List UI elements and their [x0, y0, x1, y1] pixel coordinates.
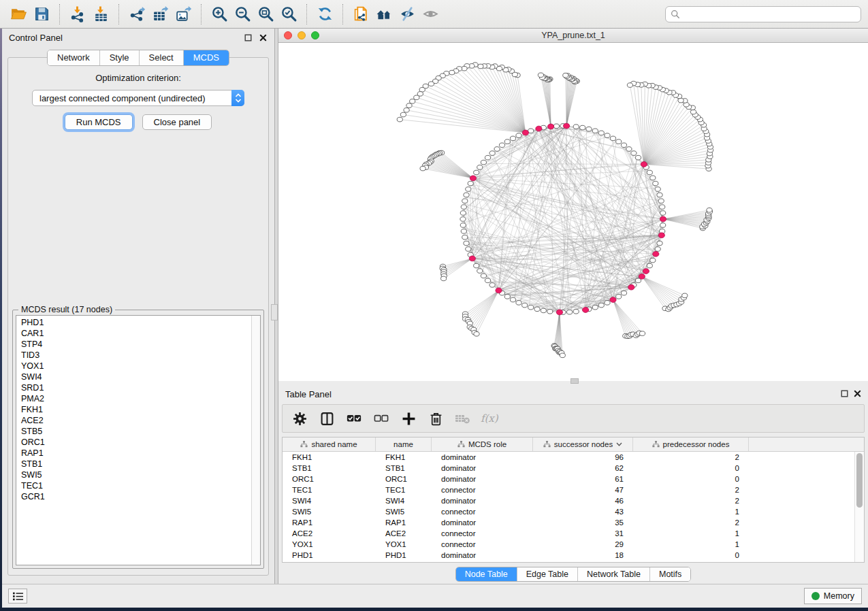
- table-panel-header: Table Panel: [278, 385, 868, 403]
- column-header-predecessor-nodes[interactable]: predecessor nodes: [633, 437, 749, 451]
- column-header-MCDS-role[interactable]: MCDS role: [432, 437, 533, 451]
- export-image-button[interactable]: [172, 3, 195, 25]
- cell: 0: [633, 474, 749, 484]
- hide-glasses-button[interactable]: [396, 3, 419, 25]
- control-panel-header: Control Panel: [2, 29, 274, 46]
- mcds-result-item[interactable]: STP4: [16, 339, 251, 350]
- tab-network-table[interactable]: Network Table: [577, 567, 649, 581]
- mcds-result-item[interactable]: RAP1: [16, 448, 251, 459]
- mcds-list-scrollbar[interactable]: [251, 316, 260, 565]
- mcds-result-item[interactable]: GCR1: [16, 491, 251, 502]
- scrollbar-thumb[interactable]: [856, 453, 863, 508]
- table-row[interactable]: FKH1FKH1dominator962: [283, 452, 854, 463]
- save-session-button[interactable]: [30, 3, 53, 25]
- import-table-button[interactable]: [89, 3, 112, 25]
- tab-edge-table[interactable]: Edge Table: [517, 567, 577, 581]
- zoom-fit-button[interactable]: [254, 3, 277, 25]
- show-eye-button[interactable]: [419, 3, 442, 25]
- node-table: shared namenameMCDS rolesuccessor nodesp…: [282, 437, 865, 563]
- task-history-button[interactable]: [8, 589, 27, 604]
- column-header-shared-name[interactable]: shared name: [283, 437, 376, 451]
- deselect-all-button[interactable]: [371, 408, 391, 429]
- show-eye-icon: [422, 5, 439, 22]
- table-row[interactable]: YOX1YOX1connector291: [283, 539, 854, 550]
- float-table-panel-button[interactable]: [841, 389, 848, 399]
- tab-mcds[interactable]: MCDS: [183, 50, 229, 65]
- tab-node-table[interactable]: Node Table: [456, 567, 517, 581]
- table-settings-button[interactable]: [289, 408, 310, 429]
- column-header-name[interactable]: name: [376, 437, 432, 451]
- table-row[interactable]: PHD1PHD1dominator180: [283, 550, 854, 561]
- mcds-result-item[interactable]: SWI4: [16, 371, 251, 382]
- mcds-result-item[interactable]: ACE2: [16, 415, 251, 426]
- search-input[interactable]: [680, 10, 856, 19]
- mcds-result-item[interactable]: ORC1: [16, 437, 251, 448]
- mcds-result-item[interactable]: YOX1: [16, 361, 251, 371]
- close-panel-button[interactable]: [258, 33, 268, 42]
- add-row-button[interactable]: [398, 408, 419, 429]
- app-window: Control Panel NetworkStyleSelectMCDS Opt…: [0, 0, 868, 611]
- table-row[interactable]: SWI5SWI5connector431: [283, 506, 854, 517]
- close-table-panel-button[interactable]: [854, 389, 861, 399]
- table-row[interactable]: TEC1TEC1connector472: [283, 484, 854, 495]
- float-panel-button[interactable]: [243, 33, 253, 42]
- splitter-grip[interactable]: [570, 378, 579, 384]
- optimization-criterion-select[interactable]: largest connected component (undirected): [32, 90, 244, 106]
- table-row[interactable]: ACE2ACE2connector311: [283, 528, 854, 539]
- table-row[interactable]: SWI4SWI4dominator462: [283, 495, 854, 506]
- export-table-button[interactable]: [148, 3, 172, 25]
- mcds-result-item[interactable]: TEC1: [16, 480, 251, 491]
- mcds-result-item[interactable]: SRD1: [16, 382, 251, 393]
- show-columns-button[interactable]: [317, 408, 337, 429]
- search-box[interactable]: [665, 6, 861, 22]
- splitter-grip[interactable]: [271, 304, 278, 320]
- home-button[interactable]: [372, 3, 396, 25]
- cell: ACE2: [376, 528, 432, 539]
- zoom-selected-button[interactable]: [277, 3, 300, 25]
- refresh-layout-button[interactable]: [313, 3, 336, 25]
- table-scrollbar[interactable]: [854, 452, 864, 562]
- table-row[interactable]: RAP1RAP1dominator352: [283, 517, 854, 528]
- deselect-all-icon: [374, 411, 389, 426]
- memory-label: Memory: [824, 591, 854, 601]
- zoom-out-icon: [234, 5, 251, 22]
- memory-button[interactable]: Memory: [804, 588, 862, 604]
- zoom-in-button[interactable]: [208, 3, 231, 25]
- cell: PHD1: [283, 550, 376, 561]
- cell: ORC1: [376, 474, 432, 484]
- mcds-result-list[interactable]: PHD1CAR1STP4TID3YOX1SWI4SRD1PMA2FKH1ACE2…: [16, 315, 261, 565]
- tab-network[interactable]: Network: [48, 50, 99, 65]
- cell: 61: [533, 474, 633, 484]
- mcds-result-item[interactable]: SWI5: [16, 469, 251, 480]
- tab-select[interactable]: Select: [139, 50, 183, 65]
- mcds-result-item[interactable]: TID3: [16, 350, 251, 361]
- mcds-result-item[interactable]: STB1: [16, 459, 251, 469]
- tab-style[interactable]: Style: [99, 50, 139, 65]
- zoom-out-button[interactable]: [231, 3, 254, 25]
- search-icon: [671, 10, 680, 19]
- table-row[interactable]: STB1STB1dominator620: [283, 463, 854, 474]
- close-panel-button-mcds[interactable]: Close panel: [142, 114, 212, 130]
- import-network-button[interactable]: [66, 3, 89, 25]
- delete-row-button[interactable]: [425, 408, 446, 429]
- table-row[interactable]: ORC1ORC1dominator610: [283, 474, 854, 484]
- run-mcds-button[interactable]: Run MCDS: [65, 114, 133, 130]
- delete-table-button: [453, 408, 473, 429]
- column-type-icon: [300, 441, 308, 448]
- export-network-button[interactable]: [125, 3, 148, 25]
- cell: FKH1: [283, 452, 376, 463]
- network-canvas[interactable]: [278, 43, 868, 381]
- select-all-button[interactable]: [344, 408, 364, 429]
- mcds-result-item[interactable]: PHD1: [16, 317, 251, 328]
- tab-motifs[interactable]: Motifs: [649, 567, 690, 581]
- trash-icon: [429, 412, 443, 426]
- mcds-result-item[interactable]: FKH1: [16, 404, 251, 415]
- network-window-titlebar[interactable]: YPA_prune.txt_1: [278, 29, 868, 43]
- column-type-icon: [652, 441, 660, 448]
- open-session-button[interactable]: [7, 3, 30, 25]
- mcds-result-item[interactable]: CAR1: [16, 328, 251, 339]
- mcds-result-item[interactable]: PMA2: [16, 393, 251, 404]
- mcds-result-item[interactable]: STB5: [16, 426, 251, 437]
- column-header-successor-nodes[interactable]: successor nodes: [533, 437, 633, 451]
- share-document-button[interactable]: [349, 3, 372, 25]
